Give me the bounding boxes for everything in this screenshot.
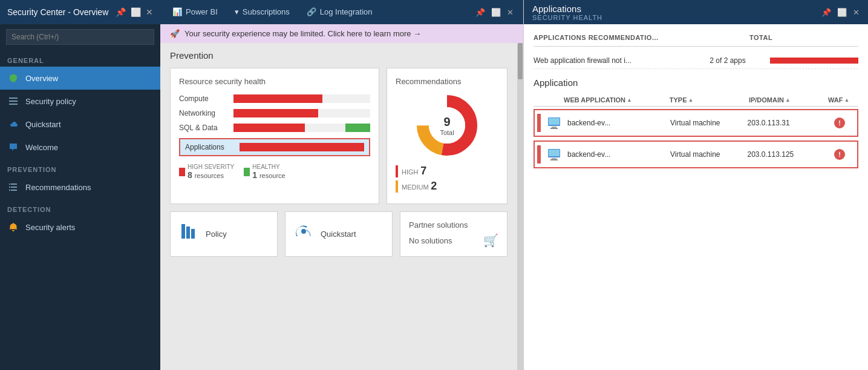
app-table-row-1[interactable]: backend-ev... Virtual machine 203.0.113.… [534, 109, 858, 137]
shield-icon [7, 72, 19, 84]
app-table-row-2[interactable]: backend-ev... Virtual machine 203.0.113.… [534, 140, 858, 168]
svg-rect-17 [552, 127, 556, 128]
policy-card[interactable]: Policy [170, 211, 278, 257]
policy-label: Policy [206, 230, 227, 239]
waf-alert-icon-2: ! [834, 149, 845, 160]
high-rec-bar [396, 165, 398, 177]
type-col-label: TYPE [670, 96, 687, 104]
web-app-col-label: WEB APPLICATION [564, 96, 625, 104]
medium-rec-label: MEDIUM [402, 183, 429, 191]
sql-bar-green [345, 124, 370, 132]
resource-health-title: Resource security health [179, 77, 370, 86]
prevention-section-label: PREVENTION [0, 159, 160, 176]
power-bi-label: Power BI [186, 7, 218, 16]
svg-rect-6 [11, 187, 17, 188]
detection-section-label: DETECTION [0, 199, 160, 216]
prevention-title: Prevention [170, 50, 507, 61]
waf-alert-icon-1: ! [834, 117, 845, 128]
sidebar-item-quickstart[interactable]: Quickstart [0, 113, 160, 136]
compute-bar [233, 94, 370, 103]
high-severity-bar [179, 168, 185, 176]
alert-banner-text: Your security experience may be limited.… [184, 29, 421, 38]
left-sidebar: Security Center - Overview 📌 ⬜ ✕ GENERAL… [0, 0, 160, 370]
svg-rect-0 [9, 97, 18, 99]
middle-maximize-icon[interactable]: ⬜ [491, 8, 501, 17]
left-header-window-controls: 📌 ⬜ ✕ [116, 7, 153, 17]
middle-close-icon[interactable]: ✕ [507, 8, 514, 17]
sidebar-item-security-policy[interactable]: Security policy [0, 90, 160, 113]
app-table-header: WEB APPLICATION ▲ TYPE ▲ IP/DOMAIN ▲ WAF… [534, 94, 858, 107]
cloud-icon [7, 118, 19, 130]
donut-total-label: Total [440, 129, 454, 136]
sidebar-item-recommendations[interactable]: Recommendations [0, 176, 160, 199]
middle-pin-icon[interactable]: 📌 [475, 8, 485, 17]
type-col-header: TYPE ▲ [670, 96, 749, 104]
app-rec-header: APPLICATIONS RECOMMENDATIO... TOTAL [534, 34, 858, 47]
app-rec-row-total: 2 of 2 apps [710, 56, 770, 65]
maximize-icon[interactable]: ⬜ [131, 7, 141, 17]
cards-row: Resource security health Compute Network… [170, 68, 507, 204]
search-box [0, 24, 160, 50]
subscriptions-label: Subscriptions [243, 7, 290, 16]
medium-rec-count: 2 [431, 180, 437, 192]
right-maximize-icon[interactable]: ⬜ [837, 8, 847, 17]
compute-label: Compute [179, 94, 233, 103]
alert-banner[interactable]: 🚀 Your security experience may be limite… [160, 24, 523, 43]
svg-rect-19 [549, 118, 560, 125]
ip-col-label: IP/DOMAIN [749, 96, 784, 104]
row-indicator-2 [537, 145, 541, 164]
rocket-icon: 🚀 [170, 29, 180, 38]
right-panel-title: Applications [532, 4, 602, 14]
app-rec-name-col-header: APPLICATIONS RECOMMENDATIO... [534, 34, 749, 41]
healthy-bar [244, 168, 250, 176]
sidebar-item-welcome[interactable]: Welcome [0, 136, 160, 159]
sidebar-item-quickstart-label: Quickstart [25, 120, 61, 129]
bottom-cards: Policy Quickstart Partner solutions No s… [170, 211, 507, 257]
right-pin-icon[interactable]: 📌 [821, 8, 831, 17]
svg-rect-7 [9, 190, 10, 191]
list-icon [7, 181, 19, 193]
app-rec-bar [770, 58, 858, 64]
policy-icon [179, 222, 198, 245]
high-severity-count: 8 resources [188, 170, 224, 180]
networking-bar-red [233, 109, 318, 117]
right-header-window-controls: 📌 ⬜ ✕ [821, 8, 860, 17]
log-integration-button[interactable]: 🔗 Log Integration [304, 0, 375, 24]
app-rec-row[interactable]: Web application firewall not i... 2 of 2… [534, 53, 858, 69]
web-app-col-header: WEB APPLICATION ▲ [564, 96, 670, 104]
compute-bar-red [233, 94, 322, 103]
resource-health-card: Resource security health Compute Network… [170, 68, 379, 204]
right-close-icon[interactable]: ✕ [853, 8, 860, 17]
app-icon-1 [546, 114, 563, 131]
close-icon[interactable]: ✕ [146, 7, 153, 17]
no-solutions-text: No solutions [409, 236, 452, 245]
sidebar-item-security-alerts[interactable]: Security alerts [0, 216, 160, 239]
applications-row-highlighted[interactable]: Applications [179, 138, 370, 156]
sidebar-item-recommendations-label: Recommendations [25, 183, 91, 192]
web-app-sort-arrow[interactable]: ▲ [627, 97, 632, 103]
app-name-2: backend-ev... [567, 150, 670, 159]
chart-icon: 📊 [172, 7, 182, 16]
subscriptions-button[interactable]: ▾ Subscriptions [232, 0, 292, 24]
store-icon: 🛒 [483, 233, 498, 248]
ip-sort-arrow[interactable]: ▲ [785, 97, 791, 103]
app-rec-row-name: Web application firewall not i... [534, 56, 710, 65]
middle-scrollbar[interactable] [517, 43, 523, 370]
sql-bar-red [233, 124, 305, 132]
link-icon: 🔗 [307, 7, 316, 16]
high-rec-count: 7 [420, 165, 426, 177]
quickstart-card[interactable]: Quickstart [285, 211, 393, 257]
networking-row: Networking [179, 109, 370, 117]
donut-chart: 9 Total [414, 92, 480, 159]
search-input[interactable] [6, 29, 154, 45]
pin-icon[interactable]: 📌 [116, 7, 126, 17]
power-bi-button[interactable]: 📊 Power BI [170, 0, 220, 24]
svg-point-15 [301, 229, 306, 234]
toolbar: 📊 Power BI ▾ Subscriptions 🔗 Log Integra… [160, 0, 523, 24]
svg-rect-13 [186, 226, 190, 239]
sidebar-item-overview[interactable]: Overview [0, 67, 160, 90]
sidebar-item-overview-label: Overview [25, 74, 58, 83]
type-sort-arrow[interactable]: ▲ [688, 97, 694, 103]
waf-sort-arrow[interactable]: ▲ [844, 97, 849, 103]
partner-solutions-title: Partner solutions [409, 220, 498, 230]
